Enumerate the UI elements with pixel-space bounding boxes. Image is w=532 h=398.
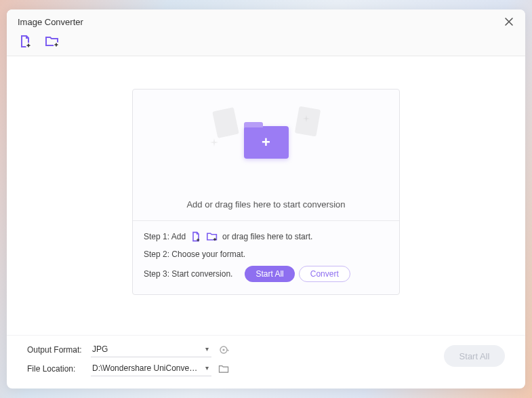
app-window: Image Converter: [7, 9, 525, 389]
folder-icon: [218, 364, 229, 374]
file-location-value: D:\Wondershare UniConverter 15\Im: [92, 363, 198, 373]
footer: Output Format: JPG ▾ File Location: D:\W…: [7, 335, 525, 389]
chevron-down-icon: ▾: [205, 364, 209, 372]
sparkle-icon: [303, 115, 310, 122]
main-area: + Add or drag files here to start conver…: [7, 56, 525, 335]
add-folder-icon: [45, 35, 60, 48]
dropzone-caption: Add or drag files here to start conversi…: [133, 191, 399, 220]
add-file-button[interactable]: [18, 34, 33, 49]
output-format-row: Output Format: JPG ▾: [27, 342, 505, 357]
start-all-example-button: Start All: [245, 266, 294, 282]
close-button[interactable]: [504, 16, 514, 27]
window-title: Image Converter: [18, 17, 83, 27]
dropzone[interactable]: + Add or drag files here to start conver…: [132, 89, 400, 295]
step-1: Step 1: Add or drag files here to start.: [144, 231, 388, 243]
step-1-text-b: or drag files here to start.: [222, 232, 312, 241]
add-folder-mini-icon: [206, 231, 218, 243]
step-2-text: Step 2: Choose your format.: [144, 250, 245, 259]
sparkle-icon: [210, 138, 218, 146]
close-icon: [504, 17, 514, 26]
step-3-text: Step 3: Start conversion.: [144, 269, 232, 279]
toolbar: [7, 31, 525, 56]
file-location-label: File Location:: [27, 364, 85, 374]
output-format-select[interactable]: JPG ▾: [91, 342, 211, 357]
file-location-select[interactable]: D:\Wondershare UniConverter 15\Im ▾: [91, 361, 211, 376]
convert-example-button: Convert: [299, 266, 350, 282]
step-2: Step 2: Choose your format.: [144, 250, 388, 259]
svg-rect-2: [212, 107, 239, 138]
start-all-label: Start All: [459, 351, 490, 361]
add-file-icon: [18, 35, 32, 48]
add-file-mini-icon: [190, 231, 202, 243]
output-format-value: JPG: [92, 344, 108, 354]
open-folder-button[interactable]: [217, 362, 230, 376]
gear-icon: [218, 344, 229, 355]
steps-panel: Step 1: Add or drag files here to start.…: [133, 220, 399, 294]
step-3: Step 3: Start conversion. Start All Conv…: [144, 266, 388, 282]
faint-doc-icon: [211, 106, 240, 139]
chevron-down-icon: ▾: [205, 345, 209, 353]
plus-icon: +: [262, 135, 270, 150]
format-settings-button[interactable]: [217, 343, 230, 357]
upload-folder-icon[interactable]: +: [244, 126, 289, 159]
start-all-button[interactable]: Start All: [444, 345, 505, 367]
add-folder-button[interactable]: [45, 34, 60, 49]
step-1-text-a: Step 1: Add: [144, 232, 186, 241]
svg-point-5: [222, 349, 224, 351]
drop-illustration: +: [133, 89, 399, 191]
output-format-label: Output Format:: [27, 345, 85, 355]
titlebar: Image Converter: [7, 9, 525, 31]
file-location-row: File Location: D:\Wondershare UniConvert…: [27, 361, 505, 376]
